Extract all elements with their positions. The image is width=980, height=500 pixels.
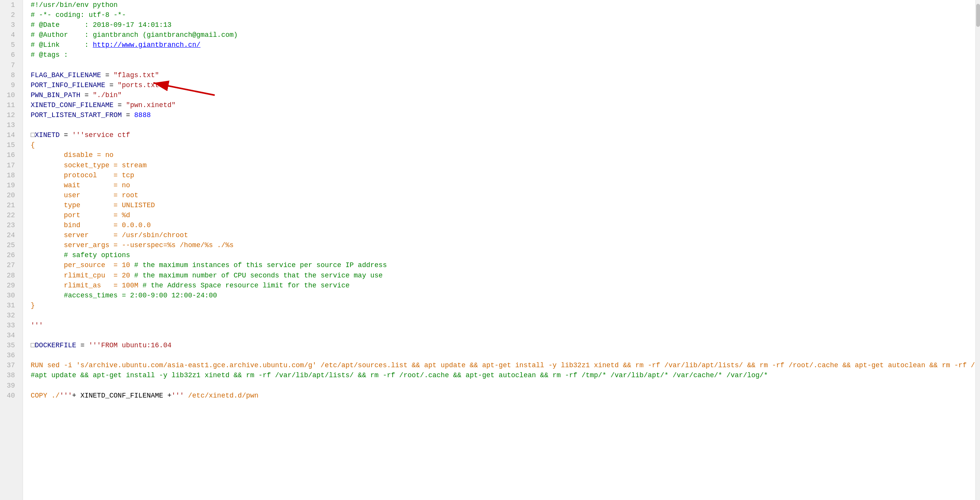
line-number: 15 xyxy=(5,140,18,150)
code-line: # @Date : 2018-09-17 14:01:13 xyxy=(31,20,968,30)
code-line: } xyxy=(31,300,968,310)
line-number: 3 xyxy=(5,20,18,30)
code-line: { xyxy=(31,140,968,150)
line-number: 21 xyxy=(5,200,18,210)
line-number: 24 xyxy=(5,230,18,240)
line-number: 35 xyxy=(5,340,18,350)
code-line: □DOCKERFILE = '''FROM ubuntu:16.04 xyxy=(31,340,968,350)
line-number: 38 xyxy=(5,370,18,380)
line-number: 19 xyxy=(5,180,18,190)
line-number: 25 xyxy=(5,240,18,250)
line-number: 27 xyxy=(5,260,18,270)
code-line: # @tags : xyxy=(31,50,968,60)
line-number: 10 xyxy=(5,90,18,100)
line-number: 39 xyxy=(5,381,18,391)
code-line: #!/usr/bin/env python xyxy=(31,0,968,10)
line-number: 1 xyxy=(5,0,18,10)
code-line: server_args = --userspec=%s /home/%s ./%… xyxy=(31,240,968,250)
line-number: 33 xyxy=(5,320,18,330)
code-area[interactable]: #!/usr/bin/env python# -*- coding: utf-8… xyxy=(23,0,975,500)
line-number: 31 xyxy=(5,300,18,310)
line-number: 26 xyxy=(5,250,18,260)
line-number: 13 xyxy=(5,120,18,130)
line-number: 20 xyxy=(5,190,18,200)
code-line: XINETD_CONF_FILENAME = "pwn.xinetd" xyxy=(31,100,968,110)
code-line: socket_type = stream xyxy=(31,160,968,170)
line-number: 40 xyxy=(5,391,18,401)
code-line: #access_times = 2:00-9:00 12:00-24:00 xyxy=(31,290,968,300)
line-number: 5 xyxy=(5,40,18,50)
code-line: disable = no xyxy=(31,150,968,160)
line-number: 6 xyxy=(5,50,18,60)
code-line: RUN sed -i 's/archive.ubuntu.com/asia-ea… xyxy=(31,360,968,370)
code-line: # @Link : http://www.giantbranch.cn/ xyxy=(31,40,968,50)
code-line xyxy=(31,350,968,360)
code-line: server = /usr/sbin/chroot xyxy=(31,230,968,240)
code-line: PWN_BIN_PATH = "./bin" xyxy=(31,90,968,100)
code-line: rlimit_cpu = 20 # the maximum number of … xyxy=(31,271,968,281)
code-line xyxy=(31,381,968,391)
line-number: 30 xyxy=(5,290,18,300)
code-line: FLAG_BAK_FILENAME = "flags.txt" xyxy=(31,70,968,80)
code-line xyxy=(31,330,968,340)
code-line xyxy=(31,310,968,320)
line-number: 7 xyxy=(5,60,18,70)
line-number: 16 xyxy=(5,150,18,160)
code-line: port = %d xyxy=(31,210,968,220)
code-line xyxy=(31,60,968,70)
line-number: 8 xyxy=(5,70,18,80)
code-line: ''' xyxy=(31,320,968,330)
code-line: type = UNLISTED xyxy=(31,200,968,210)
line-number: 28 xyxy=(5,271,18,281)
code-line: wait = no xyxy=(31,180,968,190)
line-number: 2 xyxy=(5,10,18,20)
code-line: # @Author : giantbranch (giantbranch@gma… xyxy=(31,30,968,40)
line-number: 23 xyxy=(5,220,18,230)
code-line: □XINETD = '''service ctf xyxy=(31,130,968,140)
line-number: 37 xyxy=(5,360,18,370)
line-numbers: 1234567891011121314151617181920212223242… xyxy=(0,0,23,500)
code-line: #apt update && apt-get install -y lib32z… xyxy=(31,370,968,380)
code-line: user = root xyxy=(31,190,968,200)
line-number: 14 xyxy=(5,130,18,140)
line-number: 32 xyxy=(5,310,18,320)
line-number: 34 xyxy=(5,330,18,340)
code-line: bind = 0.0.0.0 xyxy=(31,220,968,230)
scrollbar-thumb[interactable] xyxy=(976,4,980,27)
code-line: protocol = tcp xyxy=(31,170,968,180)
line-number: 29 xyxy=(5,281,18,290)
line-number: 12 xyxy=(5,110,18,120)
code-line: per_source = 10 # the maximum instances … xyxy=(31,260,968,270)
line-number: 17 xyxy=(5,160,18,170)
code-line: PORT_LISTEN_START_FROM = 8888 xyxy=(31,110,968,120)
editor-container: 1234567891011121314151617181920212223242… xyxy=(0,0,980,500)
line-number: 36 xyxy=(5,350,18,360)
code-line xyxy=(31,120,968,130)
line-number: 11 xyxy=(5,100,18,110)
line-number: 22 xyxy=(5,210,18,220)
code-line: COPY ./'''+ XINETD_CONF_FILENAME +''' /e… xyxy=(31,391,968,401)
code-line: # safety options xyxy=(31,250,968,260)
line-number: 4 xyxy=(5,30,18,40)
scrollbar-track[interactable] xyxy=(975,0,980,500)
code-line: PORT_INFO_FILENAME = "ports.txt" xyxy=(31,80,968,90)
line-number: 9 xyxy=(5,80,18,90)
code-line: # -*- coding: utf-8 -*- xyxy=(31,10,968,20)
line-number: 18 xyxy=(5,170,18,180)
code-line: rlimit_as = 100M # the Address Space res… xyxy=(31,281,968,290)
